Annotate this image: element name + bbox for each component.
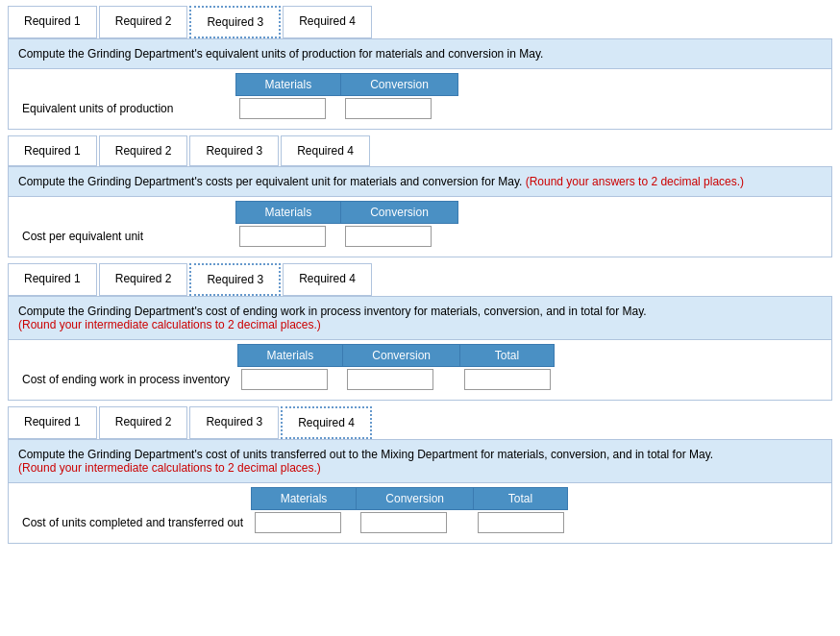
section-3-content: Compute the Grinding Department's cost o… — [8, 296, 832, 401]
tabs-row-3: Required 1 Required 2 Required 3 Require… — [8, 263, 832, 296]
table-row: Equivalent units of production — [14, 96, 457, 122]
tab-s2-req4[interactable]: Required 4 — [281, 135, 370, 166]
col-materials-3: Materials — [237, 345, 343, 367]
input-ewip-materials[interactable] — [241, 369, 328, 390]
tab-s3-req4[interactable]: Required 4 — [283, 263, 372, 296]
tab-s1-req1[interactable]: Required 1 — [8, 6, 97, 38]
tab-s2-req2[interactable]: Required 2 — [99, 135, 188, 166]
row-label-2: Cost per equivalent unit — [14, 224, 235, 250]
input-cell-4-conv — [357, 510, 474, 536]
section-2-table-area: Materials Conversion Cost per equivalent… — [9, 197, 831, 257]
input-eq-materials[interactable] — [239, 98, 326, 119]
col-materials-2: Materials — [235, 202, 341, 224]
col-materials-4: Materials — [251, 488, 357, 510]
tab-s3-req3[interactable]: Required 3 — [189, 263, 281, 296]
input-transfer-materials[interactable] — [255, 512, 341, 533]
col-empty-4 — [14, 488, 251, 510]
tab-s4-req2[interactable]: Required 2 — [99, 406, 188, 439]
section-4-table: Materials Conversion Total Cost of units… — [14, 487, 568, 535]
col-conversion-3: Conversion — [343, 345, 460, 367]
input-transfer-total[interactable] — [478, 512, 564, 533]
col-conversion-4: Conversion — [357, 488, 474, 510]
section-2: Required 1 Required 2 Required 3 Require… — [8, 135, 832, 257]
section-3-table-area: Materials Conversion Total Cost of endin… — [9, 340, 831, 400]
section-4-content: Compute the Grinding Department's cost o… — [8, 439, 832, 544]
col-conversion-1: Conversion — [341, 74, 458, 96]
tab-s3-req2[interactable]: Required 2 — [99, 263, 188, 296]
input-cell-1-conv — [341, 96, 458, 122]
col-total-4: Total — [474, 488, 568, 510]
section-1: Required 1 Required 2 Required 3 Require… — [8, 6, 832, 130]
tabs-row-1: Required 1 Required 2 Required 3 Require… — [8, 6, 832, 38]
section-3: Required 1 Required 2 Required 3 Require… — [8, 263, 832, 401]
tab-s2-req1[interactable]: Required 1 — [8, 135, 97, 166]
col-empty-2 — [14, 202, 235, 224]
section-3-table: Materials Conversion Total Cost of endin… — [14, 344, 555, 392]
tab-s1-req2[interactable]: Required 2 — [99, 6, 188, 38]
col-empty-1 — [14, 74, 235, 96]
input-transfer-conversion[interactable] — [360, 512, 447, 533]
input-cell-3-mat — [237, 367, 343, 393]
section-1-content: Compute the Grinding Department's equiva… — [8, 38, 832, 130]
tab-s3-req1[interactable]: Required 1 — [8, 263, 97, 296]
col-empty-3 — [14, 345, 237, 367]
section-2-content: Compute the Grinding Department's costs … — [8, 166, 832, 257]
table-row: Cost of ending work in process inventory — [14, 367, 555, 393]
input-cell-2-conv — [341, 224, 458, 250]
input-eq-conversion[interactable] — [345, 98, 432, 119]
row-label-1: Equivalent units of production — [14, 96, 235, 122]
row-label-4: Cost of units completed and transferred … — [14, 510, 251, 536]
section-2-table: Materials Conversion Cost per equivalent… — [14, 201, 458, 249]
tab-s4-req1[interactable]: Required 1 — [8, 406, 97, 439]
input-cell-4-total — [474, 510, 568, 536]
col-total-3: Total — [460, 345, 555, 367]
table-row: Cost of units completed and transferred … — [14, 510, 568, 536]
input-cell-3-total — [460, 367, 555, 393]
tabs-row-4: Required 1 Required 2 Required 3 Require… — [8, 406, 832, 439]
col-conversion-2: Conversion — [341, 202, 458, 224]
tab-s2-req3[interactable]: Required 3 — [189, 135, 279, 166]
section-4: Required 1 Required 2 Required 3 Require… — [8, 406, 832, 544]
section-1-table: Materials Conversion Equivalent units of… — [14, 73, 458, 121]
section-1-instruction: Compute the Grinding Department's equiva… — [9, 39, 831, 69]
tab-s4-req3[interactable]: Required 3 — [189, 406, 279, 439]
col-materials-1: Materials — [235, 74, 341, 96]
section-1-table-area: Materials Conversion Equivalent units of… — [9, 69, 831, 129]
section-4-table-area: Materials Conversion Total Cost of units… — [9, 483, 831, 543]
section-3-instruction: Compute the Grinding Department's cost o… — [9, 297, 831, 340]
input-cell-2-mat — [235, 224, 341, 250]
tab-s1-req4[interactable]: Required 4 — [283, 6, 372, 38]
input-cell-1-mat — [235, 96, 341, 122]
tab-s4-req4[interactable]: Required 4 — [281, 406, 372, 439]
input-ewip-conversion[interactable] — [347, 369, 433, 390]
tab-s1-req3[interactable]: Required 3 — [189, 6, 281, 38]
input-cost-materials[interactable] — [239, 226, 326, 247]
input-cell-4-mat — [251, 510, 357, 536]
input-cost-conversion[interactable] — [345, 226, 432, 247]
table-row: Cost per equivalent unit — [14, 224, 457, 250]
input-cell-3-conv — [343, 367, 460, 393]
page-container: Required 1 Required 2 Required 3 Require… — [0, 0, 840, 555]
tabs-row-2: Required 1 Required 2 Required 3 Require… — [8, 135, 832, 166]
row-label-3: Cost of ending work in process inventory — [14, 367, 237, 393]
input-ewip-total[interactable] — [464, 369, 551, 390]
section-4-instruction: Compute the Grinding Department's cost o… — [9, 440, 831, 483]
section-2-instruction: Compute the Grinding Department's costs … — [9, 167, 831, 197]
